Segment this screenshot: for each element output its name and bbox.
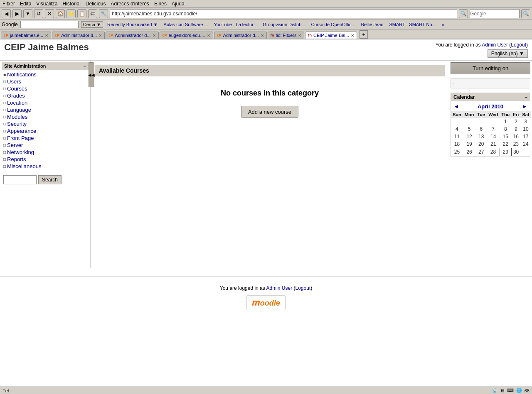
calendar-grid: Sun Mon Tue Wed Thu Fri Sat bbox=[451, 111, 531, 156]
refresh-button[interactable]: ↺ bbox=[34, 9, 43, 18]
sidebar-collapse-btn[interactable]: − bbox=[84, 64, 86, 69]
logged-in-text: You are logged in as bbox=[436, 42, 481, 48]
sidebar-search: Search bbox=[2, 174, 89, 186]
bm-recently-bookmarked[interactable]: Recently Bookmarked ▼ bbox=[106, 22, 160, 27]
grades-link[interactable]: □ Grades bbox=[3, 93, 89, 99]
admin-user-link[interactable]: Admin User bbox=[482, 42, 508, 48]
sidebar-item-appearance: □ Appearance bbox=[3, 128, 89, 134]
notifications-link[interactable]: ■ Notifications bbox=[3, 71, 89, 78]
bm-more[interactable]: » bbox=[440, 22, 446, 27]
networking-link[interactable]: □ Networking bbox=[3, 149, 89, 155]
tab-1[interactable]: cP Administrador d... ✕ bbox=[52, 32, 105, 39]
cal-cell-4[interactable]: 4 bbox=[451, 125, 463, 133]
appearance-link[interactable]: □ Appearance bbox=[3, 128, 89, 134]
forward-button[interactable]: ▶ bbox=[12, 9, 22, 18]
google-search-button[interactable]: 🔍 bbox=[521, 9, 530, 18]
cal-cell: 7 bbox=[487, 125, 500, 133]
location-link[interactable]: □ Location bbox=[3, 100, 89, 106]
tab-4[interactable]: cP Administrador d... ✕ bbox=[214, 32, 267, 39]
calendar-prev-btn[interactable]: ◄ bbox=[453, 103, 459, 110]
cal-cell bbox=[463, 118, 476, 125]
menu-adreces[interactable]: Adreces d'interès bbox=[111, 1, 149, 7]
server-link[interactable]: □ Server bbox=[3, 142, 89, 148]
miscellaneous-link[interactable]: □ Miscellaneous bbox=[3, 163, 89, 169]
tab-2[interactable]: cP Administrador d... ✕ bbox=[106, 32, 158, 39]
cal-cell: 26 bbox=[463, 148, 476, 156]
search-button[interactable]: Search bbox=[38, 175, 62, 184]
new-tab-button[interactable]: + bbox=[360, 30, 368, 39]
frontpage-link[interactable]: □ Front Page bbox=[3, 135, 89, 141]
menu-historial[interactable]: Historial bbox=[63, 1, 81, 7]
folder-icon-language: □ bbox=[3, 108, 6, 112]
menu-fitxer[interactable]: Fitxer bbox=[2, 1, 15, 7]
nav-toolbar: ◀ ▶ ▼ ↺ ✕ 🏠 ⭐ 📋 🏷 🔧 http://jaimebalmes.e… bbox=[0, 8, 532, 20]
cal-cell-18[interactable]: 18 bbox=[451, 140, 463, 148]
home-button[interactable]: 🏠 bbox=[56, 9, 65, 18]
security-link[interactable]: □ Security bbox=[3, 121, 89, 127]
bookmarks-bar: Google Cerca ▼ Recently Bookmarked ▼ Aul… bbox=[0, 20, 532, 29]
tag-button[interactable]: 🏷 bbox=[88, 9, 97, 18]
footer-admin-link[interactable]: Admin User bbox=[266, 285, 292, 291]
search-addon-button[interactable]: 🔍 bbox=[459, 9, 468, 18]
search-input[interactable] bbox=[3, 175, 37, 184]
turn-editing-button[interactable]: Turn editing on bbox=[451, 62, 530, 74]
stop-button[interactable]: ✕ bbox=[45, 9, 54, 18]
bm-smart[interactable]: SMART - SMART No... bbox=[387, 22, 437, 27]
sidebar-item-language: □ Language bbox=[3, 107, 89, 113]
logout-link[interactable]: Logout bbox=[511, 42, 526, 48]
cal-cell bbox=[520, 148, 531, 156]
tab-2-close[interactable]: ✕ bbox=[153, 33, 156, 38]
tab-6-label: CEIP Jaime Bal... bbox=[313, 33, 349, 38]
sidebar-item-users: □ Users bbox=[3, 78, 89, 85]
tab-1-close[interactable]: ✕ bbox=[99, 33, 102, 38]
footer-logout-link[interactable]: Logout bbox=[295, 285, 310, 291]
menu-ajuda[interactable]: Ajuda bbox=[172, 1, 185, 7]
courses-link[interactable]: □ Courses bbox=[3, 86, 89, 92]
tab-0-close[interactable]: ✕ bbox=[45, 33, 48, 38]
menu-eines[interactable]: Eines bbox=[154, 1, 167, 7]
language-link[interactable]: □ Language bbox=[3, 107, 89, 113]
modules-link[interactable]: □ Modules bbox=[3, 114, 89, 120]
add-course-button[interactable]: Add a new course bbox=[241, 106, 298, 118]
tab-6[interactable]: fn CEIP Jaime Bal... ✕ bbox=[305, 32, 357, 39]
sidebar-item-reports: □ Reports bbox=[3, 156, 89, 162]
menu-delicious[interactable]: Delicious bbox=[86, 1, 106, 7]
bm-groupvision[interactable]: Groupvision Distrib... bbox=[261, 22, 307, 27]
cerca-button[interactable]: Cerca ▼ bbox=[81, 21, 103, 28]
google-bar-search-input[interactable] bbox=[20, 21, 79, 28]
calendar-month[interactable]: April 2010 bbox=[478, 103, 503, 110]
google-search-input[interactable] bbox=[470, 9, 520, 18]
bm-bellie[interactable]: Bellie Jean bbox=[360, 22, 385, 27]
menu-edita[interactable]: Edita bbox=[20, 1, 31, 7]
download-button[interactable]: 📋 bbox=[77, 9, 86, 18]
calendar-next-btn[interactable]: ► bbox=[522, 103, 527, 110]
bm-curso[interactable]: Curso de OpenOffic... bbox=[309, 22, 357, 27]
menu-visualitza[interactable]: Visualitza bbox=[36, 1, 57, 7]
tab-5[interactable]: fn tic: Fitxers ✕ bbox=[268, 32, 305, 39]
tab-5-close[interactable]: ✕ bbox=[298, 33, 301, 38]
tab-3-close[interactable]: ✕ bbox=[207, 33, 210, 38]
calendar-collapse-btn[interactable]: − bbox=[525, 94, 527, 100]
tab-6-close[interactable]: ✕ bbox=[351, 33, 354, 38]
tool-button[interactable]: 🔧 bbox=[99, 9, 108, 18]
bm-youtube[interactable]: YouTube - La lectur... bbox=[212, 22, 259, 27]
bookmark-button[interactable]: ⭐ bbox=[66, 9, 76, 18]
cal-cell-25[interactable]: 25 bbox=[451, 148, 463, 156]
tab-0[interactable]: cP jaimebalmes.e... ✕ bbox=[1, 32, 51, 39]
cal-cell-11[interactable]: 11 bbox=[451, 133, 463, 140]
server-label: Server bbox=[7, 142, 23, 148]
language-button[interactable]: English (en) ▼ bbox=[488, 49, 528, 58]
tab-3[interactable]: cP eugenidors.edu.... ✕ bbox=[160, 32, 213, 39]
courses-label: Courses bbox=[7, 86, 27, 92]
folder-icon-server: □ bbox=[3, 143, 6, 147]
sidebar-toggle[interactable]: ◀◀ bbox=[89, 62, 94, 87]
reports-link[interactable]: □ Reports bbox=[3, 156, 89, 162]
url-bar[interactable]: http://jaimebalmes.edu.gva.es/moodle/ bbox=[110, 9, 457, 18]
users-link[interactable]: □ Users bbox=[3, 78, 89, 85]
dropdown-button[interactable]: ▼ bbox=[23, 9, 32, 18]
bm-aulas[interactable]: Aulas con Software ... bbox=[162, 22, 210, 27]
tab-3-label: eugenidors.edu.... bbox=[169, 33, 205, 38]
back-button[interactable]: ◀ bbox=[2, 9, 11, 18]
tab-4-close[interactable]: ✕ bbox=[261, 33, 264, 38]
folder-icon-location: □ bbox=[3, 100, 6, 105]
